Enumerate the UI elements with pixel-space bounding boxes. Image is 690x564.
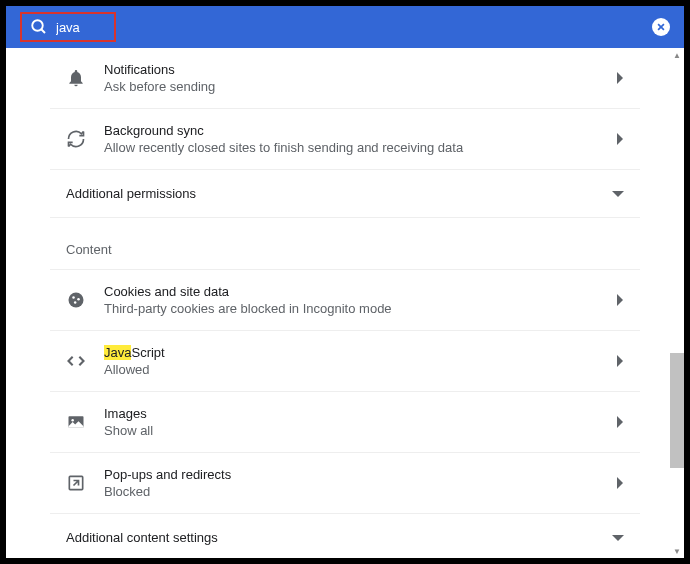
chevron-right-icon bbox=[616, 355, 624, 367]
row-subtitle: Ask before sending bbox=[104, 79, 616, 94]
svg-point-5 bbox=[72, 296, 75, 299]
row-subtitle: Allow recently closed sites to finish se… bbox=[104, 140, 616, 155]
search-input[interactable] bbox=[56, 20, 106, 35]
row-cookies[interactable]: Cookies and site data Third-party cookie… bbox=[50, 269, 640, 331]
search-highlight: Java bbox=[104, 345, 131, 360]
row-background-sync[interactable]: Background sync Allow recently closed si… bbox=[50, 109, 640, 170]
row-title: Images bbox=[104, 406, 616, 421]
settings-list: Notifications Ask before sending Backgro… bbox=[50, 48, 640, 558]
row-javascript[interactable]: JavaScript Allowed bbox=[50, 331, 640, 392]
row-additional-content[interactable]: Additional content settings bbox=[50, 514, 640, 558]
row-title: JavaScript bbox=[104, 345, 616, 360]
row-title: Pop-ups and redirects bbox=[104, 467, 616, 482]
svg-point-7 bbox=[74, 301, 77, 304]
row-subtitle: Third-party cookies are blocked in Incog… bbox=[104, 301, 616, 316]
popup-icon bbox=[66, 473, 86, 493]
row-title: Additional content settings bbox=[66, 530, 612, 545]
row-notifications[interactable]: Notifications Ask before sending bbox=[50, 48, 640, 109]
row-subtitle: Allowed bbox=[104, 362, 616, 377]
image-icon bbox=[66, 412, 86, 432]
chevron-right-icon bbox=[616, 72, 624, 84]
chevron-down-icon bbox=[612, 190, 624, 198]
row-title: Cookies and site data bbox=[104, 284, 616, 299]
scrollbar-up-arrow[interactable]: ▲ bbox=[670, 48, 684, 62]
sync-icon bbox=[66, 129, 86, 149]
row-title: Additional permissions bbox=[66, 186, 612, 201]
chevron-right-icon bbox=[616, 477, 624, 489]
scrollbar[interactable]: ▲ ▼ bbox=[670, 48, 684, 558]
row-additional-permissions[interactable]: Additional permissions bbox=[50, 170, 640, 218]
chevron-right-icon bbox=[616, 133, 624, 145]
svg-point-9 bbox=[71, 419, 74, 422]
svg-point-6 bbox=[77, 298, 80, 301]
clear-search-button[interactable] bbox=[652, 18, 670, 36]
row-title: Background sync bbox=[104, 123, 616, 138]
svg-line-1 bbox=[41, 29, 45, 33]
close-icon bbox=[656, 22, 666, 32]
scrollbar-thumb[interactable] bbox=[670, 353, 684, 468]
chevron-right-icon bbox=[616, 294, 624, 306]
cookie-icon bbox=[66, 290, 86, 310]
chevron-down-icon bbox=[612, 534, 624, 542]
row-images[interactable]: Images Show all bbox=[50, 392, 640, 453]
scrollbar-down-arrow[interactable]: ▼ bbox=[670, 544, 684, 558]
section-header-content: Content bbox=[50, 218, 640, 269]
settings-window: Notifications Ask before sending Backgro… bbox=[6, 6, 684, 558]
content-area: Notifications Ask before sending Backgro… bbox=[6, 48, 684, 558]
row-subtitle: Show all bbox=[104, 423, 616, 438]
row-title: Notifications bbox=[104, 62, 616, 77]
code-icon bbox=[66, 351, 86, 371]
search-bar bbox=[6, 6, 684, 48]
row-subtitle: Blocked bbox=[104, 484, 616, 499]
bell-icon bbox=[66, 68, 86, 88]
svg-point-0 bbox=[32, 20, 43, 31]
search-box-highlighted bbox=[20, 12, 116, 42]
search-icon bbox=[30, 18, 48, 36]
svg-point-4 bbox=[69, 293, 84, 308]
row-popups[interactable]: Pop-ups and redirects Blocked bbox=[50, 453, 640, 514]
chevron-right-icon bbox=[616, 416, 624, 428]
